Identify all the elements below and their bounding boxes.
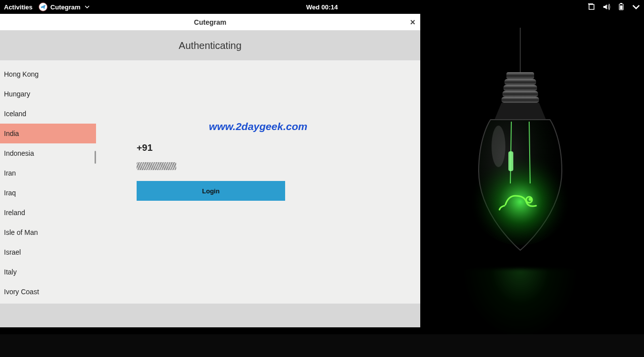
login-form: +91 Login bbox=[137, 142, 285, 201]
svg-rect-1 bbox=[588, 3, 593, 4]
chevron-down-icon[interactable] bbox=[632, 3, 640, 11]
cutegram-app-icon bbox=[39, 2, 48, 11]
system-tray bbox=[588, 3, 640, 11]
country-item[interactable]: Iraq bbox=[0, 183, 96, 203]
country-item[interactable]: Iran bbox=[0, 163, 96, 183]
app-menu-label: Cutegram bbox=[50, 3, 81, 11]
country-item[interactable]: Israel bbox=[0, 242, 96, 262]
svg-rect-4 bbox=[620, 5, 623, 9]
country-item[interactable]: Italy bbox=[0, 262, 96, 282]
volume-icon[interactable] bbox=[602, 3, 610, 11]
country-item[interactable]: Hungary bbox=[0, 84, 96, 104]
svg-point-10 bbox=[466, 136, 575, 245]
wallpaper-bulb bbox=[446, 28, 594, 334]
svg-rect-7 bbox=[503, 85, 537, 91]
lightbulb-icon bbox=[456, 72, 585, 260]
svg-rect-3 bbox=[620, 3, 622, 4]
auth-header: Authenticating bbox=[0, 31, 420, 60]
bulb-reflection bbox=[461, 269, 580, 334]
svg-point-16 bbox=[492, 126, 505, 167]
close-button[interactable]: × bbox=[410, 18, 415, 27]
svg-rect-5 bbox=[506, 72, 534, 79]
phone-input[interactable] bbox=[137, 162, 176, 170]
login-button[interactable]: Login bbox=[137, 181, 285, 201]
country-item[interactable]: India bbox=[0, 124, 96, 143]
country-item[interactable]: Ivory Coast bbox=[0, 282, 96, 302]
login-form-area: www.2daygeek.com +91 Login bbox=[96, 60, 420, 304]
dial-code-label: +91 bbox=[137, 142, 285, 153]
window-titlebar[interactable]: Cutegram × bbox=[0, 14, 420, 31]
app-menu[interactable]: Cutegram bbox=[39, 2, 90, 11]
window-restore-icon[interactable] bbox=[588, 3, 595, 11]
bottom-panel bbox=[0, 334, 644, 357]
chevron-down-icon bbox=[85, 4, 90, 9]
svg-point-15 bbox=[529, 198, 531, 200]
svg-rect-8 bbox=[502, 91, 538, 97]
battery-icon[interactable] bbox=[617, 3, 625, 11]
clock[interactable]: Wed 00:14 bbox=[306, 3, 338, 11]
country-item[interactable]: Indonesia bbox=[0, 143, 96, 163]
bulb-wire bbox=[520, 28, 521, 72]
gnome-top-bar: Activities Cutegram Wed 00:14 bbox=[0, 0, 644, 14]
country-list[interactable]: Hong KongHungaryIcelandIndiaIndonesiaIra… bbox=[0, 60, 96, 304]
auth-heading: Authenticating bbox=[179, 40, 242, 51]
svg-rect-0 bbox=[589, 4, 594, 9]
auth-content: Hong KongHungaryIcelandIndiaIndonesiaIra… bbox=[0, 60, 420, 304]
window-title: Cutegram bbox=[194, 18, 226, 26]
country-item[interactable]: Hong Kong bbox=[0, 64, 96, 84]
country-item[interactable]: Iceland bbox=[0, 104, 96, 124]
activities-button[interactable]: Activities bbox=[4, 3, 33, 11]
country-item[interactable]: Isle of Man bbox=[0, 223, 96, 242]
cutegram-window: Cutegram × Authenticating Hong KongHunga… bbox=[0, 14, 420, 327]
window-footer bbox=[0, 304, 420, 327]
svg-rect-9 bbox=[501, 97, 539, 103]
watermark-text: www.2daygeek.com bbox=[209, 121, 307, 133]
country-item[interactable]: Ireland bbox=[0, 203, 96, 223]
topbar-left-group: Activities Cutegram bbox=[4, 2, 90, 11]
svg-rect-6 bbox=[504, 79, 536, 85]
svg-rect-13 bbox=[508, 151, 513, 171]
